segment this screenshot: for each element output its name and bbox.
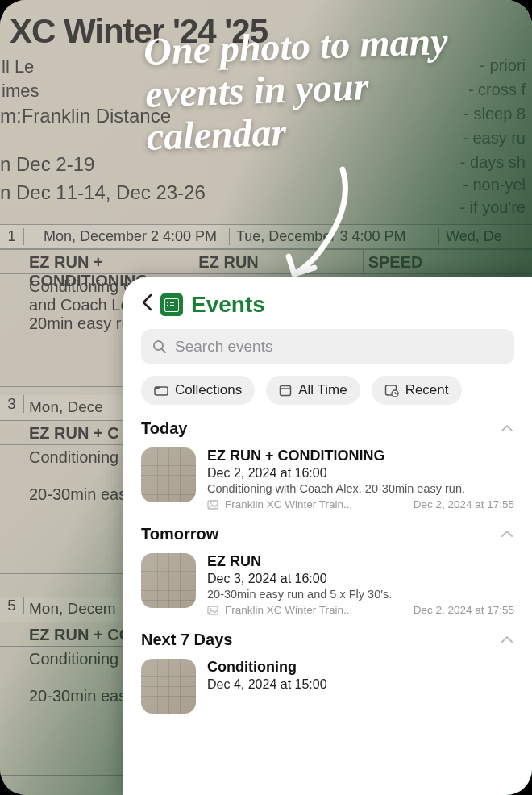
event-created: Dec 2, 2024 at 17:55 [414, 604, 514, 616]
event-title: Conditioning [207, 659, 514, 676]
bg-table-row: EZ RUN + CONDITIONING EZ RUN SPEED [0, 250, 532, 274]
event-item[interactable]: EZ RUN + CONDITIONING Dec 2, 2024 at 16:… [141, 447, 514, 510]
bg-table-header: 1 Mon, December 2 4:00 PM Tue, December … [0, 224, 532, 250]
event-source: Franklin XC Winter Train... [225, 498, 352, 510]
svg-line-1 [162, 349, 165, 352]
section-title: Next 7 Days [141, 631, 232, 649]
chevron-up-icon [500, 631, 514, 648]
filter-chips: Collections All Time Recent [141, 376, 514, 405]
bg-text: ll Le [2, 56, 34, 77]
section-title: Tomorrow [141, 525, 218, 543]
svg-rect-3 [281, 386, 291, 396]
chip-alltime[interactable]: All Time [266, 376, 360, 405]
image-icon [207, 606, 218, 615]
calendar-icon [160, 293, 183, 316]
chip-label: Recent [405, 382, 449, 398]
events-app-card: Events Collections All Time [123, 277, 532, 795]
event-content: EZ RUN + CONDITIONING Dec 2, 2024 at 16:… [207, 447, 514, 510]
event-thumbnail [141, 553, 196, 608]
bg-text: imes [2, 81, 39, 102]
arrow-icon [274, 161, 371, 290]
event-thumbnail [141, 447, 196, 502]
section-header[interactable]: Next 7 Days [141, 631, 514, 649]
section-header[interactable]: Today [141, 419, 514, 438]
section-next7: Next 7 Days Conditioning Dec 4, 2024 at … [141, 631, 514, 714]
back-icon[interactable] [141, 293, 152, 316]
bg-text: - if you're [459, 198, 526, 217]
event-content: Conditioning Dec 4, 2024 at 15:00 [207, 659, 514, 714]
app-header: Events [141, 292, 514, 318]
search-input[interactable] [175, 338, 503, 356]
chip-recent[interactable]: Recent [372, 376, 462, 405]
event-thumbnail [141, 659, 196, 714]
event-source: Franklin XC Winter Train... [225, 604, 352, 616]
chevron-up-icon [500, 420, 514, 437]
image-icon [207, 500, 218, 510]
event-title: EZ RUN [207, 553, 514, 570]
promo-headline: One photo to many events in your calenda… [143, 18, 509, 158]
event-title: EZ RUN + CONDITIONING [207, 447, 514, 464]
folder-icon [154, 385, 168, 396]
bg-text: - non-yel [463, 176, 526, 194]
page-title: Events [191, 292, 265, 318]
event-time: Dec 2, 2024 at 16:00 [207, 466, 514, 481]
section-tomorrow: Tomorrow EZ RUN Dec 3, 2024 at 16:00 20-… [141, 525, 514, 616]
chip-collections[interactable]: Collections [141, 376, 255, 405]
event-desc: Conditioning with Coach Alex. 20-30min e… [207, 482, 514, 495]
search-box[interactable] [141, 329, 514, 364]
section-header[interactable]: Tomorrow [141, 525, 514, 543]
event-meta: Franklin XC Winter Train... Dec 2, 2024 … [207, 498, 514, 510]
calendar-small-icon [279, 384, 292, 397]
bg-text: n Dec 2-19 [0, 153, 94, 176]
event-content: EZ RUN Dec 3, 2024 at 16:00 20-30min eas… [207, 553, 514, 616]
svg-point-10 [210, 608, 212, 610]
section-title: Today [141, 419, 187, 438]
promo-card: XC Winter '24 '25 ll Le imes m:Franklin … [0, 0, 532, 795]
section-today: Today EZ RUN + CONDITIONING Dec 2, 2024 … [141, 419, 514, 510]
event-item[interactable]: Conditioning Dec 4, 2024 at 15:00 [141, 659, 514, 714]
svg-point-8 [210, 502, 212, 504]
clock-icon [384, 384, 399, 397]
event-desc: 20-30min easy run and 5 x Fly 30's. [207, 588, 514, 601]
event-item[interactable]: EZ RUN Dec 3, 2024 at 16:00 20-30min eas… [141, 553, 514, 616]
event-meta: Franklin XC Winter Train... Dec 2, 2024 … [207, 604, 514, 616]
event-time: Dec 3, 2024 at 16:00 [207, 572, 514, 586]
event-created: Dec 2, 2024 at 17:55 [414, 498, 514, 510]
bg-text: n Dec 11-14, Dec 23-26 [0, 181, 206, 204]
chip-label: Collections [175, 382, 242, 398]
event-time: Dec 4, 2024 at 15:00 [207, 677, 514, 692]
chip-label: All Time [298, 382, 347, 398]
chevron-up-icon [500, 526, 514, 543]
bg-text: - days sh [460, 153, 526, 172]
search-icon [152, 339, 167, 354]
